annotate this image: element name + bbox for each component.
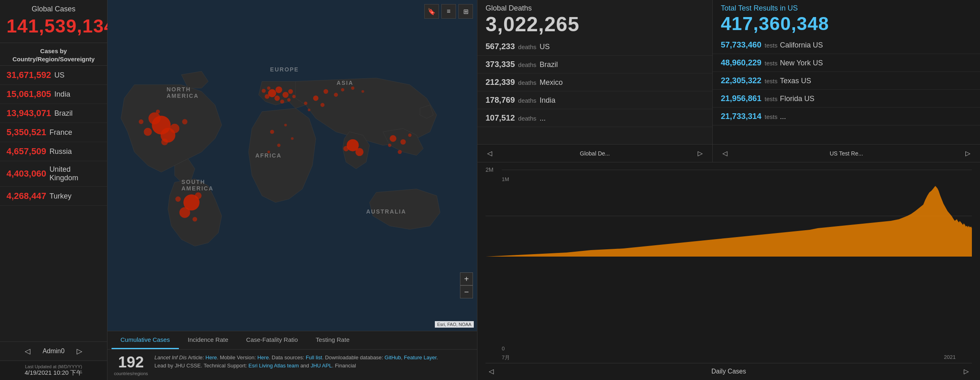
list-item[interactable]: 4,403,060 United Kingdom xyxy=(0,161,107,187)
svg-point-43 xyxy=(270,130,274,134)
country-name: United Kingdom xyxy=(49,165,101,182)
list-item[interactable]: 48,960,229 tests New York US xyxy=(713,54,980,72)
deaths-label: deaths xyxy=(518,97,536,104)
tests-count: 48,960,229 xyxy=(721,58,761,67)
svg-point-12 xyxy=(195,192,202,199)
countries-count-label: countries/regions xyxy=(114,371,148,376)
country-nav-next[interactable]: ▷ xyxy=(73,345,86,357)
list-item[interactable]: 4,268,447 Turkey xyxy=(0,187,107,206)
svg-point-40 xyxy=(398,150,402,154)
tab-incidence-rate[interactable]: Incidence Rate xyxy=(179,331,237,349)
country-name: US xyxy=(54,71,64,80)
tests-count: 22,305,322 xyxy=(721,76,761,85)
world-map[interactable]: NORTHAMERICA SOUTHAMERICA EUROPE AFRICA … xyxy=(107,0,477,331)
chart-x-label-july: 7月 xyxy=(502,354,510,361)
svg-point-9 xyxy=(156,110,160,114)
chart-panel: 2M 1M 0 7月 2021 ◁ Daily Cases ▷ xyxy=(477,162,980,380)
deaths-nav: ◁ Global De... ▷ xyxy=(477,144,712,162)
chart-nav-prev[interactable]: ◁ xyxy=(486,366,497,377)
svg-point-39 xyxy=(400,139,406,145)
cases-by-country-box: Cases by Country/Region/Sovereignty xyxy=(0,43,107,66)
chart-x-label-2021: 2021 xyxy=(944,354,956,361)
deaths-nav-prev[interactable]: ◁ xyxy=(484,148,495,159)
tests-label: tests xyxy=(765,42,778,49)
country-list: 31,671,592 US 15,061,805 India 13,943,07… xyxy=(0,66,107,341)
svg-point-41 xyxy=(408,134,411,137)
deaths-country: Brazil xyxy=(539,60,558,69)
chart-nav-next[interactable]: ▷ xyxy=(961,366,972,377)
tests-title: Total Test Results in US xyxy=(721,4,972,13)
chart-x-labels: 7月 2021 xyxy=(486,352,972,363)
grid-view-button[interactable]: ⊞ xyxy=(458,4,473,19)
list-item[interactable]: 373,335 deaths Brazil xyxy=(477,56,712,73)
svg-point-32 xyxy=(351,86,354,90)
deaths-label: deaths xyxy=(518,61,536,68)
svg-point-44 xyxy=(277,144,280,147)
deaths-count: 373,335 xyxy=(486,60,515,69)
map-svg xyxy=(107,0,477,331)
tests-label: tests xyxy=(765,113,778,120)
left-panel: Global Cases 141,539,134 Cases by Countr… xyxy=(0,0,107,380)
bottom-info: 192 countries/regions Lancet Inf Dis Art… xyxy=(107,349,477,380)
svg-point-8 xyxy=(139,119,144,124)
tab-cumulative-cases[interactable]: Cumulative Cases xyxy=(112,331,179,349)
list-item[interactable]: 57,733,460 tests California US xyxy=(713,36,980,54)
us-tests-panel: Total Test Results in US 417,360,348 57,… xyxy=(712,0,980,162)
list-item[interactable]: 5,350,521 France xyxy=(0,123,107,142)
deaths-label: deaths xyxy=(518,115,536,122)
list-item[interactable]: 21,733,314 tests ... xyxy=(713,108,980,125)
list-item[interactable]: 31,671,592 US xyxy=(0,66,107,85)
svg-point-37 xyxy=(343,146,348,151)
deaths-country: India xyxy=(539,96,555,105)
right-top: Global Deaths 3,022,265 567,233 deaths U… xyxy=(477,0,980,162)
tab-bar: Cumulative Cases Incidence Rate Case-Fat… xyxy=(107,331,477,349)
list-item[interactable]: 4,657,509 Russia xyxy=(0,142,107,161)
tests-region: Texas US xyxy=(780,77,811,85)
chart-y-zero: 0 xyxy=(502,345,505,352)
country-nav-bar: ◁ Admin0 ▷ xyxy=(0,341,107,361)
list-view-button[interactable]: ≡ xyxy=(441,4,456,19)
svg-point-31 xyxy=(304,101,307,105)
tests-nav-next[interactable]: ▷ xyxy=(962,148,974,159)
deaths-country: ... xyxy=(539,114,546,123)
bookmark-button[interactable]: 🔖 xyxy=(424,4,439,19)
country-nav-prev[interactable]: ◁ xyxy=(21,345,34,357)
deaths-country: US xyxy=(539,43,550,51)
daily-cases-chart xyxy=(486,175,972,257)
svg-point-13 xyxy=(175,196,181,202)
country-name: Turkey xyxy=(49,192,71,201)
country-cases: 15,061,805 xyxy=(6,89,51,99)
tests-label: tests xyxy=(765,60,778,67)
list-item[interactable]: 22,305,322 tests Texas US xyxy=(713,72,980,90)
country-cases: 31,671,592 xyxy=(6,70,51,80)
deaths-label: deaths xyxy=(518,43,536,50)
svg-point-3 xyxy=(148,112,161,125)
svg-point-7 xyxy=(182,119,187,124)
list-item[interactable]: 15,061,805 India xyxy=(0,85,107,104)
svg-point-17 xyxy=(282,92,288,98)
list-item[interactable]: 21,956,861 tests Florida US xyxy=(713,90,980,108)
countries-count-number: 192 xyxy=(114,354,148,371)
svg-point-28 xyxy=(334,93,338,97)
country-cases: 4,268,447 xyxy=(6,191,46,201)
tests-region: California US xyxy=(780,41,823,50)
country-cases: 5,350,521 xyxy=(6,127,46,138)
tab-testing-rate[interactable]: Testing Rate xyxy=(307,331,358,349)
chart-title: Daily Cases xyxy=(711,368,746,375)
svg-point-26 xyxy=(313,95,318,101)
tests-count: 57,733,460 xyxy=(721,40,761,50)
list-item[interactable]: 178,769 deaths India xyxy=(477,91,712,109)
tests-nav-prev[interactable]: ◁ xyxy=(719,148,731,159)
last-updated-label: Last Updated at (M/D/YYYY) xyxy=(6,364,101,369)
deaths-nav-next[interactable]: ▷ xyxy=(694,148,706,159)
list-item[interactable]: 107,512 deaths ... xyxy=(477,109,712,127)
tests-region: Florida US xyxy=(780,95,815,103)
list-item[interactable]: 567,233 deaths US xyxy=(477,38,712,56)
tab-case-fatality-ratio[interactable]: Case-Fatality Ratio xyxy=(237,331,307,349)
list-item[interactable]: 13,943,071 Brazil xyxy=(0,104,107,123)
list-item[interactable]: 212,339 deaths Mexico xyxy=(477,73,712,91)
zoom-in-button[interactable]: + xyxy=(460,272,473,285)
zoom-out-button[interactable]: − xyxy=(460,285,473,298)
cases-by-country-title: Cases by Country/Region/Sovereignty xyxy=(6,47,101,63)
tests-label: tests xyxy=(765,95,778,102)
